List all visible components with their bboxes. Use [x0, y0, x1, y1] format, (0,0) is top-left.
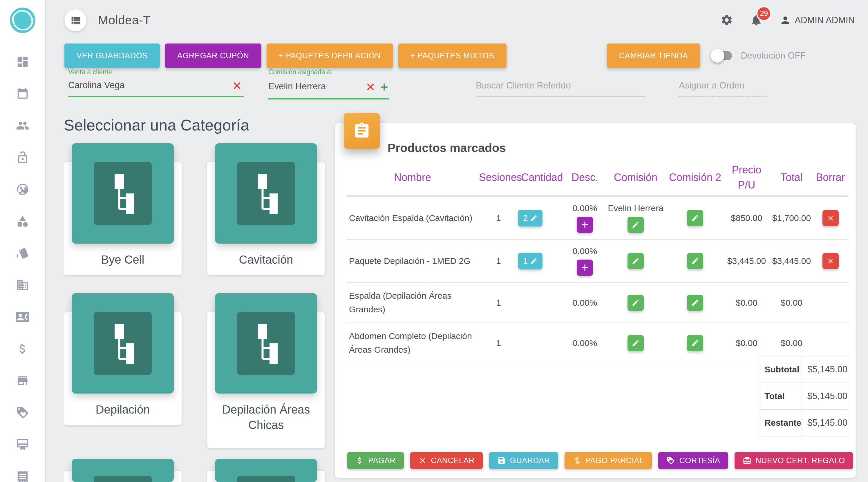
gift-icon — [743, 456, 751, 465]
comision-asignada-label: Comisión asignada a: — [268, 68, 389, 76]
guardar-button[interactable]: GUARDAR — [489, 452, 558, 469]
commission-assignee: Evelin Herrera — [608, 203, 663, 213]
totals-label: Subtotal — [759, 356, 802, 383]
receipt-icon — [16, 470, 29, 482]
product-name: Paquete Depilación - 1MED 2G — [346, 254, 479, 268]
products-panel: Productos marcados NombreSesionesCantida… — [335, 123, 856, 478]
pencil-icon — [691, 257, 699, 265]
quantity-edit-button[interactable]: 2 — [518, 210, 542, 226]
category-card-label: Cavitación — [207, 252, 325, 267]
sidebar-item-receipt[interactable] — [16, 470, 29, 482]
asignar-orden-input[interactable] — [679, 80, 767, 96]
category-card-media — [215, 293, 317, 393]
pago-parcial-button[interactable]: PAGO PARCIAL — [564, 452, 652, 469]
user-menu[interactable]: ADMIN ADMIN — [779, 14, 855, 26]
nuevo-cert-regalo-button[interactable]: NUEVO CERT. REGALO — [735, 452, 853, 469]
toggle-knob — [710, 49, 724, 63]
product-discount-cell: 0.00%+ — [566, 246, 604, 276]
devolucion-label: Devolución OFF — [741, 51, 806, 61]
column-header: Nombre — [346, 170, 479, 185]
clear-comision-icon[interactable]: ✕ — [364, 81, 377, 97]
category-tree-icon — [237, 476, 295, 482]
edit-commission2-button[interactable] — [687, 253, 703, 269]
edit-commission2-button[interactable] — [687, 210, 703, 226]
edit-commission2-button[interactable] — [687, 295, 703, 311]
sidebar-item-company[interactable] — [16, 279, 29, 292]
app-logo[interactable] — [0, 0, 45, 41]
product-sessions: 1 — [479, 256, 518, 266]
cortesia-button[interactable]: CORTESÍA — [658, 452, 728, 469]
gear-icon — [720, 13, 733, 26]
product-row: Paquete Depilación - 1MED 2G110.00%+$3,4… — [346, 240, 848, 283]
category-card-media — [72, 293, 174, 393]
product-name: Espalda (Depilación Áreas Grandes) — [346, 289, 479, 316]
product-commission-cell — [604, 253, 668, 269]
sidebar — [0, 0, 46, 482]
sidebar-item-labels[interactable] — [16, 247, 29, 260]
product-name: Abdomen Completo (Depilación Áreas Grand… — [346, 329, 479, 356]
column-header: Sesiones — [479, 170, 518, 185]
products-title: Productos marcados — [388, 141, 506, 155]
product-sessions: 1 — [479, 213, 518, 223]
sidebar-item-store[interactable] — [16, 374, 29, 387]
paquetes-depilacion-button[interactable]: + PAQUETES DEPILACIÓN — [267, 43, 393, 68]
column-header: Comisión 2 — [668, 170, 723, 185]
cancelar-label: CANCELAR — [431, 456, 475, 465]
pagar-button[interactable]: PAGAR — [347, 452, 404, 469]
person-icon — [779, 14, 791, 26]
product-quantity-cell: 2 — [518, 210, 566, 226]
ver-guardados-button[interactable]: VER GUARDADOS — [64, 43, 160, 68]
category-card-media — [215, 459, 317, 482]
add-discount-button[interactable]: + — [577, 217, 593, 233]
add-discount-button[interactable]: + — [577, 260, 593, 276]
dollar-icon — [355, 456, 364, 465]
pencil-icon — [631, 299, 640, 307]
clients-icon — [16, 119, 29, 132]
cancelar-button[interactable]: CANCELAR — [410, 452, 483, 469]
settings-button[interactable] — [720, 13, 733, 27]
add-comision-icon[interactable]: + — [377, 80, 389, 98]
sidebar-item-membership[interactable] — [16, 438, 29, 451]
quantity-value: 2 — [523, 214, 528, 223]
notifications-button[interactable]: 29 — [750, 13, 763, 27]
sidebar-item-contacts[interactable] — [16, 310, 29, 324]
product-total: $0.00 — [771, 298, 813, 308]
sidebar-item-clients[interactable] — [16, 119, 29, 132]
menu-button[interactable] — [64, 9, 87, 31]
table-header-row: NombreSesionesCantidadDesc.ComisiónComis… — [346, 162, 848, 197]
comision-asignada-input[interactable] — [268, 81, 364, 97]
delete-product-button[interactable] — [823, 210, 839, 226]
edit-commission-button[interactable] — [627, 295, 644, 311]
devolucion-toggle[interactable] — [713, 51, 732, 60]
clear-cliente-icon[interactable]: ✕ — [230, 80, 244, 96]
totals-table: Subtotal$5,145.00Total$5,145.00Restante$… — [758, 356, 848, 437]
venta-cliente-input[interactable] — [68, 80, 230, 96]
sidebar-item-loyalty[interactable] — [16, 406, 29, 419]
logo-icon — [9, 7, 36, 34]
paquetes-mixtos-button[interactable]: + PAQUETES MIXTOS — [398, 43, 506, 68]
product-commission-cell: Evelin Herrera — [604, 203, 668, 233]
sidebar-item-money[interactable] — [16, 342, 29, 356]
page-title: Moldea-T — [98, 13, 151, 27]
edit-commission-button[interactable] — [627, 217, 644, 233]
totals-label: Total — [759, 383, 802, 410]
sidebar-item-calendar[interactable] — [16, 87, 29, 100]
quantity-edit-button[interactable]: 1 — [518, 253, 542, 269]
contacts-icon — [16, 310, 29, 324]
filters-row: Venta a cliente: ✕ Comisión asignada a: … — [0, 68, 868, 103]
sidebar-item-categories[interactable] — [16, 215, 29, 228]
product-quantity-cell: 1 — [518, 253, 566, 269]
sidebar-item-groups[interactable] — [16, 183, 29, 196]
edit-commission2-button[interactable] — [687, 335, 703, 351]
pencil-icon — [691, 214, 699, 222]
edit-commission-button[interactable] — [627, 253, 644, 269]
category-tree-icon — [237, 312, 295, 375]
sidebar-item-lock[interactable] — [16, 151, 29, 164]
table-body: Cavitación Espalda (Cavitación)120.00%+E… — [346, 197, 848, 363]
cambiar-tienda-button[interactable]: CAMBIAR TIENDA — [607, 43, 700, 68]
agregar-cupon-button[interactable]: AGREGAR CUPÓN — [165, 43, 261, 68]
buscar-referido-input[interactable] — [476, 80, 645, 96]
edit-commission-button[interactable] — [627, 335, 644, 351]
sidebar-item-dashboard[interactable] — [16, 55, 29, 68]
delete-product-button[interactable] — [823, 253, 839, 269]
